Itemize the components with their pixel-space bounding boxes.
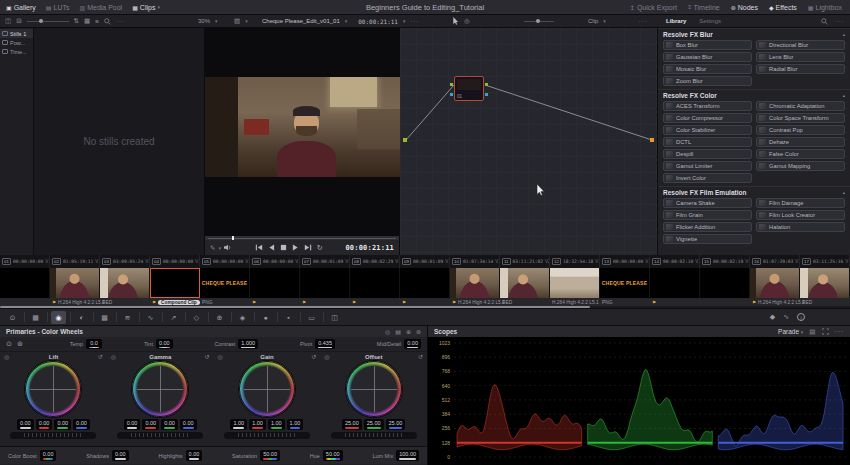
gain-master-wheel[interactable] <box>224 432 310 439</box>
jump-start-icon[interactable] <box>255 244 263 251</box>
timeline-clip-10[interactable] <box>450 268 500 298</box>
timeline-clip-15[interactable] <box>700 268 750 298</box>
node-view-dropdown[interactable]: Clip▾ ··· <box>588 15 648 27</box>
chevron-down-icon[interactable]: ▾ <box>403 18 406 24</box>
wheel-target-icon[interactable]: ◎ <box>4 353 9 360</box>
collapse-icon[interactable]: ▴ <box>843 32 845 37</box>
library-more-icon[interactable]: ··· <box>835 15 844 27</box>
wheel-value[interactable]: 25.00 <box>386 419 406 430</box>
wheel-target-icon[interactable]: ◎ <box>111 353 116 360</box>
page-button-gallery[interactable]: ▣Gallery <box>6 4 36 11</box>
timeline-clip-02[interactable] <box>50 268 100 298</box>
fx-item-mosaic-blur[interactable]: Mosaic Blur <box>663 64 752 74</box>
speaker-icon[interactable] <box>224 244 232 251</box>
gallery-zoom[interactable]: 30%▾ <box>198 15 218 27</box>
reset-icon[interactable]: ↺ <box>418 353 423 360</box>
node-more-icon[interactable]: ··· <box>639 18 648 24</box>
node-input-key-dot[interactable] <box>450 93 453 96</box>
target-icon[interactable]: ◎ <box>385 328 390 335</box>
timeline-clip-08[interactable] <box>350 268 400 298</box>
sizing-icon[interactable]: ▭ <box>304 311 319 324</box>
wheel-value[interactable]: 0.00 <box>36 419 53 430</box>
info-icon[interactable]: i <box>797 313 805 321</box>
compare-icon[interactable]: ⊟ <box>16 17 21 25</box>
fx-item-zoom-blur[interactable]: Zoom Blur <box>663 76 752 86</box>
fx-item-invert-color[interactable]: Invert Color <box>663 173 752 183</box>
panel-button-lightbox[interactable]: ▦Lightbox <box>808 4 842 11</box>
rgb-mixer-icon[interactable]: ▩ <box>97 311 112 324</box>
fx-item-aces-transform[interactable]: ACES Transform <box>663 101 752 111</box>
collapse-icon[interactable]: ▴ <box>843 93 845 98</box>
album-stills-1[interactable]: Stills 1 <box>0 29 33 38</box>
adjustment-value[interactable]: 0.00 <box>40 450 57 461</box>
adjustment-value[interactable]: 0.00 <box>112 450 129 461</box>
library-search[interactable] <box>821 15 828 27</box>
tracker-icon[interactable]: ⊕ <box>212 311 227 324</box>
gallery-more-icon[interactable]: ··· <box>116 18 125 24</box>
expand-icon[interactable] <box>822 328 829 335</box>
panel-button-effects[interactable]: ◆Effects <box>769 4 797 11</box>
adjustment-value[interactable]: 0.00 <box>404 339 421 350</box>
pointer-icon[interactable] <box>452 17 459 25</box>
still-size-slider[interactable] <box>27 21 69 22</box>
keyframes-icon[interactable]: ◆ <box>770 313 775 321</box>
qualifier-icon[interactable]: ↗ <box>166 311 181 324</box>
scope-more-icon[interactable]: ··· <box>835 328 845 335</box>
wheel-value[interactable]: 0.00 <box>54 419 71 430</box>
grid-view-icon[interactable]: ▦ <box>84 17 90 25</box>
thumb-size-dropdown[interactable]: ▨▾ <box>234 15 248 27</box>
wheel-value[interactable]: 1.00 <box>287 419 304 430</box>
fx-item-halation[interactable]: Halation <box>756 222 845 232</box>
color-wheels-icon[interactable]: ◉ <box>51 311 66 324</box>
wheel-value[interactable]: 25.00 <box>342 419 362 430</box>
color-match-icon[interactable]: ▦ <box>28 311 43 324</box>
timeline-clip-03[interactable] <box>100 268 150 298</box>
fx-item-color-compressor[interactable]: Color Compressor <box>663 113 752 123</box>
wheel-value[interactable]: 0.00 <box>161 419 178 430</box>
blur-icon[interactable]: ● <box>258 311 273 324</box>
timeline-clip-16[interactable] <box>750 268 800 298</box>
adjustment-value[interactable]: 0.00 <box>156 339 173 350</box>
wheel-value[interactable]: 0.00 <box>73 419 90 430</box>
fx-item-dctl[interactable]: DCTL <box>663 137 752 147</box>
timeline-clip-06[interactable] <box>250 268 300 298</box>
viewer-panel[interactable] <box>205 28 400 236</box>
reset-icon[interactable]: ↺ <box>204 353 209 360</box>
stop-icon[interactable] <box>280 244 287 251</box>
timeline-clip-09[interactable] <box>400 268 450 298</box>
loop-icon[interactable]: ↻ <box>317 244 323 252</box>
timeline-clip-04[interactable] <box>150 268 200 298</box>
search-icon[interactable] <box>104 18 111 25</box>
page-button-media-pool[interactable]: ▥Media Pool <box>79 4 122 11</box>
viewer-clip-name[interactable]: Cheque Please_Edit_v01_01 <box>262 18 340 24</box>
zoom-icon[interactable]: ⊕ <box>406 328 411 335</box>
timeline-clip-05[interactable]: CHEQUE PLEASE <box>200 268 250 298</box>
album-pow[interactable]: Pow... <box>0 38 33 47</box>
fx-item-gamut-limiter[interactable]: Gamut Limiter <box>663 161 752 171</box>
annotate-pen-icon[interactable]: ✎ <box>210 244 215 252</box>
wheel-value[interactable]: 0.00 <box>124 419 141 430</box>
motion-effects-icon[interactable]: ≋ <box>120 311 135 324</box>
fx-item-dehaze[interactable]: Dehaze <box>756 137 845 147</box>
gain-color-wheel[interactable] <box>239 361 295 417</box>
timeline-clip-07[interactable] <box>300 268 350 298</box>
power-windows-icon[interactable]: ◇ <box>189 311 204 324</box>
fx-item-film-look-creator[interactable]: Film Look Creator <box>756 210 845 220</box>
curves-icon[interactable]: ∿ <box>143 311 158 324</box>
chevron-down-icon[interactable]: ▾ <box>345 18 348 24</box>
magic-mask-icon[interactable]: ◈ <box>235 311 250 324</box>
gamma-master-wheel[interactable] <box>117 432 203 439</box>
hdr-wheels-icon[interactable]: ◐ <box>74 311 89 324</box>
timeline-clip-12[interactable] <box>550 268 600 298</box>
fx-item-gamut-mapping[interactable]: Gamut Mapping <box>756 161 845 171</box>
step-back-icon[interactable] <box>268 244 275 251</box>
tab-library[interactable]: Library <box>666 18 686 24</box>
adjustment-value[interactable]: 50.00 <box>323 450 343 461</box>
timeline-clip-01[interactable] <box>0 268 50 298</box>
fx-item-color-stabilizer[interactable]: Color Stabilizer <box>663 125 752 135</box>
settings-wheel-icon[interactable]: ⊛ <box>416 328 421 335</box>
node-graph-panel[interactable]: 01 <box>400 28 658 255</box>
offset-master-wheel[interactable] <box>331 432 417 439</box>
node-output-rgb-dot[interactable] <box>485 83 488 86</box>
wheel-value[interactable]: 0.00 <box>17 419 34 430</box>
